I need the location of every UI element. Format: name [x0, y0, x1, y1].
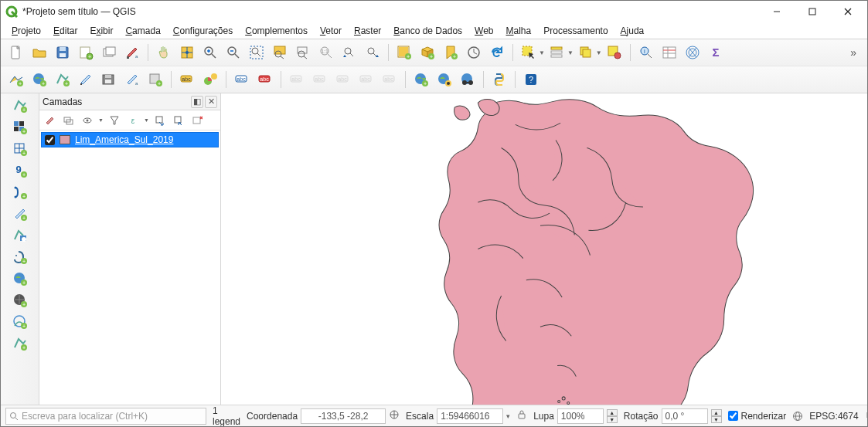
add-vector-layer-button[interactable]: + — [5, 69, 27, 90]
zoom-last-button[interactable] — [339, 42, 360, 63]
new-3d-map-view-button[interactable]: + — [417, 42, 438, 63]
layer-tree[interactable]: Lim_America_Sul_2019 — [39, 130, 220, 405]
menu-malha[interactable]: Malha — [500, 24, 538, 38]
new-print-layout-button[interactable]: + — [75, 42, 97, 63]
close-button[interactable] — [830, 1, 866, 22]
diagram-toolbar-button[interactable] — [199, 69, 221, 90]
open-project-button[interactable] — [29, 42, 50, 63]
coordinate-input[interactable] — [301, 408, 386, 424]
panel-undock-button[interactable]: ◧ — [191, 96, 203, 108]
select-by-form-button[interactable] — [546, 42, 568, 63]
layout-manager-button[interactable] — [98, 42, 120, 63]
new-spatial-bookmark-button[interactable]: + — [440, 42, 461, 63]
remove-layer-button[interactable] — [189, 113, 205, 128]
filter-legend-button[interactable] — [107, 113, 122, 128]
style-manager-button[interactable]: a — [121, 42, 143, 63]
metasearch-button[interactable]: + — [410, 69, 432, 90]
menu-complementos[interactable]: Complementos — [239, 24, 314, 38]
rotation-spinner[interactable]: ▲▼ — [711, 409, 722, 423]
scale-dropdown-icon[interactable]: ▾ — [506, 412, 510, 420]
field-calculator-button[interactable] — [682, 42, 703, 63]
dropdown-arrow-icon[interactable]: ▼ — [567, 49, 574, 56]
python-console-button[interactable] — [488, 69, 510, 90]
pan-to-selection-button[interactable] — [176, 42, 198, 63]
zoom-next-button[interactable] — [362, 42, 383, 63]
add-postgis-layer-side-button[interactable]: + — [11, 248, 29, 266]
show-bookmarks-button[interactable] — [463, 42, 485, 63]
refresh-button[interactable] — [486, 42, 508, 63]
locator-search[interactable]: Escreva para localizar (Ctrl+K) — [5, 408, 206, 425]
show-hide-label-button[interactable]: abc — [286, 69, 308, 90]
menu-banco-de-dados[interactable]: Banco de Dados — [387, 24, 468, 38]
crs-icon[interactable] — [792, 411, 803, 422]
render-checkbox[interactable] — [728, 411, 738, 421]
label-toolbar-button[interactable]: abc — [176, 69, 198, 90]
menu-editar[interactable]: Editar — [47, 24, 83, 38]
add-spatialite-layer-side-button[interactable]: + — [11, 205, 29, 223]
add-wfs-layer-side-button[interactable]: + — [11, 313, 29, 331]
deselect-all-button[interactable] — [575, 42, 597, 63]
add-wcs-layer-side-button[interactable]: + — [11, 291, 29, 310]
dropdown-arrow-icon[interactable]: ▼ — [98, 117, 104, 123]
add-raster-layer-side-button[interactable]: + — [11, 118, 29, 137]
add-group-button[interactable] — [61, 113, 77, 128]
lock-scale-icon[interactable] — [516, 409, 527, 422]
open-layer-style-button[interactable] — [43, 113, 58, 128]
menu-vetor[interactable]: Vetor — [314, 24, 348, 38]
open-attribute-table-button[interactable] — [659, 42, 680, 63]
select-by-location-button[interactable] — [604, 42, 625, 63]
scale-input[interactable] — [437, 408, 503, 424]
menu-processamento[interactable]: Processamento — [537, 24, 614, 38]
expand-all-button[interactable] — [152, 113, 168, 128]
layer-visibility-checkbox[interactable] — [45, 135, 55, 145]
zoom-in-button[interactable] — [199, 42, 221, 63]
zoom-full-button[interactable] — [246, 42, 267, 63]
map-canvas[interactable] — [221, 93, 867, 405]
new-map-view-button[interactable]: + — [393, 42, 415, 63]
magnifier-input[interactable] — [557, 408, 604, 424]
help-button[interactable]: ? — [520, 69, 542, 90]
zoom-to-layer-button[interactable] — [292, 42, 314, 63]
web-service-button[interactable] — [434, 69, 455, 90]
dropdown-arrow-icon[interactable]: ▼ — [596, 49, 602, 56]
web-search-button[interactable] — [457, 69, 478, 90]
highlight-label-button[interactable]: abc — [231, 69, 253, 90]
collapse-all-button[interactable] — [171, 113, 186, 128]
change-label-props-button[interactable]: abc — [356, 69, 377, 90]
rotate-label-button[interactable]: abc — [332, 69, 354, 90]
messages-icon[interactable] — [865, 410, 868, 422]
add-mesh-layer-side-button[interactable]: + — [11, 140, 29, 158]
new-project-button[interactable] — [5, 42, 27, 63]
add-virtual-layer-side-button[interactable] — [11, 226, 29, 245]
coordinate-toggle-icon[interactable] — [389, 409, 400, 422]
maximize-button[interactable] — [795, 1, 830, 22]
add-raster-layer-button[interactable]: + — [29, 69, 50, 90]
menu-camada[interactable]: Camada — [119, 24, 166, 38]
zoom-native-button[interactable]: 1:1 — [315, 42, 337, 63]
dropdown-arrow-icon[interactable]: ▼ — [144, 117, 149, 123]
identify-features-button[interactable]: i — [635, 42, 657, 63]
toolbar-overflow-button[interactable]: » — [846, 46, 863, 59]
menu-ajuda[interactable]: Ajuda — [614, 24, 651, 38]
add-delimited-text-layer-button[interactable]: + — [11, 183, 29, 202]
save-edits-button[interactable] — [98, 69, 120, 90]
new-shapefile-layer-button[interactable]: + — [52, 69, 73, 90]
zoom-to-selection-button[interactable] — [269, 42, 291, 63]
select-features-button[interactable] — [518, 42, 540, 63]
panel-close-button[interactable]: ✕ — [205, 96, 217, 108]
minimize-button[interactable] — [759, 1, 795, 22]
current-edits-button[interactable]: a — [121, 69, 143, 90]
menu-raster[interactable]: Raster — [348, 24, 387, 38]
create-new-layer-side-button[interactable]: + — [11, 334, 29, 353]
zoom-out-button[interactable] — [223, 42, 244, 63]
dropdown-arrow-icon[interactable]: ▼ — [539, 49, 545, 56]
menu-projeto[interactable]: Projeto — [5, 24, 47, 38]
add-feature-button[interactable]: + — [145, 69, 166, 90]
statistical-summary-button[interactable]: Σ — [705, 42, 727, 63]
change-label-button[interactable]: abc — [379, 69, 400, 90]
pan-button[interactable] — [153, 42, 175, 63]
move-label-button[interactable]: abc — [309, 69, 331, 90]
magnifier-spinner[interactable]: ▲▼ — [607, 409, 618, 423]
save-project-button[interactable] — [52, 42, 73, 63]
pin-label-button[interactable]: abc — [254, 69, 276, 90]
